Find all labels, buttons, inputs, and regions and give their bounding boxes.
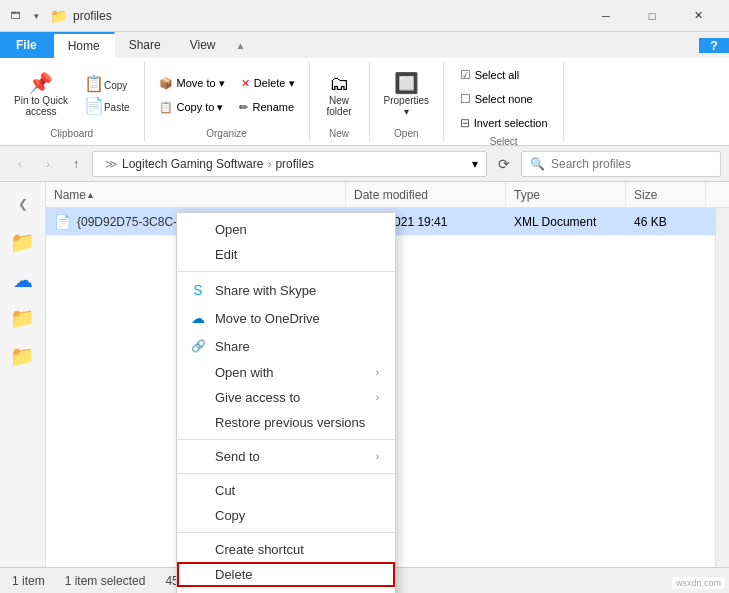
copy-button[interactable]: 📋 Copy xyxy=(78,74,136,94)
ribbon-collapse-icon[interactable]: ▲ xyxy=(231,35,251,55)
sidebar-collapse-btn[interactable]: ❮ xyxy=(5,186,41,222)
onedrive-icon: ☁ xyxy=(189,309,207,327)
ctx-cut[interactable]: Cut xyxy=(177,478,395,503)
minimize-button[interactable]: ─ xyxy=(583,0,629,32)
status-selected: 1 item selected xyxy=(65,574,146,588)
properties-button[interactable]: 🔲 Properties▾ xyxy=(378,71,436,119)
sidebar-item-onedrive[interactable]: ☁ xyxy=(5,262,41,298)
ctx-move-onedrive[interactable]: ☁ Move to OneDrive xyxy=(177,304,395,332)
ribbon-content: 📌 Pin to Quickaccess 📋 Copy 📄 Paste Clip… xyxy=(0,58,729,146)
folder-icon: 📁 xyxy=(50,8,67,24)
ctx-rename[interactable]: Rename xyxy=(177,587,395,593)
copy-to-button[interactable]: 📋 Copy to ▾ xyxy=(153,96,230,118)
status-count: 1 item xyxy=(12,574,45,588)
ctx-open[interactable]: Open xyxy=(177,217,395,242)
ctx-share[interactable]: 🔗 Share xyxy=(177,332,395,360)
sidebar-item-folder3[interactable]: 📁 xyxy=(5,338,41,374)
select-buttons: ☑ Select all ☐ Select none ⊟ Invert sele… xyxy=(454,64,554,134)
tab-file[interactable]: File xyxy=(0,32,54,58)
close-button[interactable]: ✕ xyxy=(675,0,721,32)
invert-selection-button[interactable]: ⊟ Invert selection xyxy=(454,112,554,134)
ctx-create-shortcut[interactable]: Create shortcut xyxy=(177,537,395,562)
select-none-button[interactable]: ☐ Select none xyxy=(454,88,539,110)
open-buttons: 🔲 Properties▾ xyxy=(378,64,436,126)
main-area: ❮ 📁 ☁ 📁 📁 Name ▲ Date modified Type Size… xyxy=(0,182,729,567)
col-header-type[interactable]: Type xyxy=(506,182,626,207)
window-title: profiles xyxy=(73,9,577,23)
rename-label: Rename xyxy=(252,101,294,113)
path-dropdown-icon[interactable]: ▾ xyxy=(472,157,478,171)
up-button[interactable]: ↑ xyxy=(64,152,88,176)
ctx-share-skype[interactable]: S Share with Skype xyxy=(177,276,395,304)
copy-paste-group: 📋 Copy 📄 Paste xyxy=(78,74,136,116)
ribbon-tabs: File Home Share View ▲ ? xyxy=(0,32,729,58)
ctx-give-access-arrow: › xyxy=(376,392,379,403)
select-none-icon: ☐ xyxy=(460,92,471,106)
clipboard-label: Clipboard xyxy=(50,126,93,139)
help-button[interactable]: ? xyxy=(699,38,729,53)
address-bar: ‹ › ↑ ≫ Logitech Gaming Software › profi… xyxy=(0,146,729,182)
search-icon: 🔍 xyxy=(530,157,545,171)
tab-home[interactable]: Home xyxy=(54,32,115,58)
search-box[interactable]: 🔍 xyxy=(521,151,721,177)
window-controls: ─ □ ✕ xyxy=(583,0,721,32)
scrollbar[interactable] xyxy=(715,208,729,567)
ctx-copy[interactable]: Copy xyxy=(177,503,395,528)
new-folder-button[interactable]: 🗂 Newfolder xyxy=(321,71,358,119)
copy-to-label: Copy to ▾ xyxy=(177,101,224,114)
title-bar: 🗔 ▾ 📁 profiles ─ □ ✕ xyxy=(0,0,729,32)
invert-icon: ⊟ xyxy=(460,116,470,130)
ctx-restore[interactable]: Restore previous versions xyxy=(177,410,395,435)
move-to-icon: 📦 xyxy=(159,77,173,90)
ctx-give-access[interactable]: Give access to › xyxy=(177,385,395,410)
ctx-edit[interactable]: Edit xyxy=(177,242,395,267)
select-label: Select xyxy=(490,134,518,147)
col-header-size[interactable]: Size xyxy=(626,182,706,207)
ctx-open-with[interactable]: Open with › xyxy=(177,360,395,385)
ctx-send-to-label: Send to xyxy=(215,449,368,464)
rename-button[interactable]: ✏ Rename xyxy=(233,96,300,118)
move-to-button[interactable]: 📦 Move to ▾ xyxy=(153,72,231,94)
ctx-create-shortcut-label: Create shortcut xyxy=(215,542,379,557)
ctx-edit-label: Edit xyxy=(215,247,379,262)
forward-button[interactable]: › xyxy=(36,152,60,176)
pin-icon: 📌 xyxy=(28,73,53,93)
delete-button[interactable]: ✕ Delete ▾ xyxy=(235,72,301,94)
col-header-date[interactable]: Date modified xyxy=(346,182,506,207)
organize-label: Organize xyxy=(206,126,247,139)
ctx-open-label: Open xyxy=(215,222,379,237)
ribbon-group-clipboard: 📌 Pin to Quickaccess 📋 Copy 📄 Paste Clip… xyxy=(0,62,145,141)
path-part-2[interactable]: profiles xyxy=(275,157,314,171)
ctx-delete[interactable]: Delete xyxy=(177,562,395,587)
maximize-button[interactable]: □ xyxy=(629,0,675,32)
new-folder-label: Newfolder xyxy=(327,95,352,117)
path-part-1[interactable]: Logitech Gaming Software xyxy=(122,157,263,171)
sidebar-item-folder1[interactable]: 📁 xyxy=(5,224,41,260)
rename-icon: ✏ xyxy=(239,101,248,114)
pin-button[interactable]: 📌 Pin to Quickaccess xyxy=(8,71,74,119)
address-path[interactable]: ≫ Logitech Gaming Software › profiles ▾ xyxy=(92,151,487,177)
copy-label: Copy xyxy=(104,80,127,91)
ctx-give-access-label: Give access to xyxy=(215,390,368,405)
back-button[interactable]: ‹ xyxy=(8,152,32,176)
tab-share[interactable]: Share xyxy=(115,32,176,58)
properties-icon: 🔲 xyxy=(394,73,419,93)
refresh-button[interactable]: ⟳ xyxy=(491,151,517,177)
organize-buttons: 📦 Move to ▾ ✕ Delete ▾ 📋 Copy to ▾ ✏ Ren… xyxy=(153,64,301,126)
file-area: Name ▲ Date modified Type Size 📄 {09D92D… xyxy=(46,182,729,567)
file-icon: 📄 xyxy=(54,214,71,230)
ctx-sep4 xyxy=(177,532,395,533)
new-buttons: 🗂 Newfolder xyxy=(321,64,358,126)
sidebar: ❮ 📁 ☁ 📁 📁 xyxy=(0,182,46,567)
select-all-button[interactable]: ☑ Select all xyxy=(454,64,526,86)
col-header-name[interactable]: Name ▲ xyxy=(46,182,346,207)
sidebar-item-folder2[interactable]: 📁 xyxy=(5,300,41,336)
tab-view[interactable]: View xyxy=(176,32,231,58)
title-dropdown-icon[interactable]: ▾ xyxy=(28,8,44,24)
file-list-header: Name ▲ Date modified Type Size xyxy=(46,182,729,208)
paste-button[interactable]: 📄 Paste xyxy=(78,96,136,116)
ctx-send-to[interactable]: Send to › xyxy=(177,444,395,469)
ribbon-group-organize: 📦 Move to ▾ ✕ Delete ▾ 📋 Copy to ▾ ✏ Ren… xyxy=(145,62,310,141)
ctx-sep1 xyxy=(177,271,395,272)
search-input[interactable] xyxy=(551,157,712,171)
